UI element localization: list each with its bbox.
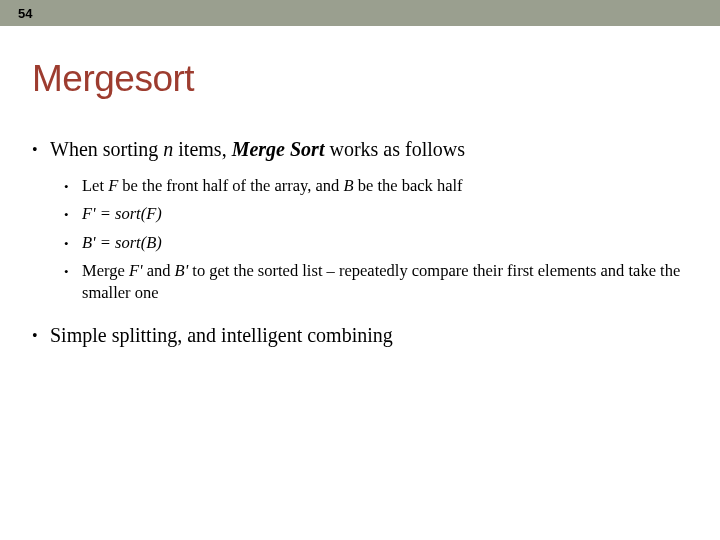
sub-bullet-merge: Merge F' and B' to get the sorted list –… bbox=[64, 260, 688, 305]
bullet-intro: When sorting n items, Merge Sort works a… bbox=[32, 136, 688, 163]
var-Bprime: B' bbox=[175, 261, 189, 280]
term-merge-sort: Merge Sort bbox=[232, 138, 325, 160]
var-B: B bbox=[343, 176, 353, 195]
eq-bprime: B' = sort(B) bbox=[82, 233, 162, 252]
text-segment: and bbox=[143, 261, 175, 280]
slide-content: Mergesort When sorting n items, Merge So… bbox=[0, 26, 720, 349]
sub-bullet-let: Let F be the front half of the array, an… bbox=[64, 175, 688, 197]
text-segment: Simple splitting, and intelligent combin… bbox=[50, 324, 393, 346]
slide-number: 54 bbox=[0, 6, 32, 21]
text-segment: Merge bbox=[82, 261, 129, 280]
text-segment: be the front half of the array, and bbox=[118, 176, 343, 195]
text-segment: items, bbox=[173, 138, 231, 160]
bullet-close: Simple splitting, and intelligent combin… bbox=[32, 322, 688, 349]
text-segment: When sorting bbox=[50, 138, 163, 160]
slide-title: Mergesort bbox=[32, 58, 688, 100]
sub-bullet-bprime: B' = sort(B) bbox=[64, 232, 688, 254]
text-segment: be the back half bbox=[354, 176, 463, 195]
var-Fprime: F' bbox=[129, 261, 143, 280]
var-F: F bbox=[108, 176, 118, 195]
eq-fprime: F' = sort(F) bbox=[82, 204, 162, 223]
text-segment: Let bbox=[82, 176, 108, 195]
var-n: n bbox=[163, 138, 173, 160]
sub-bullet-fprime: F' = sort(F) bbox=[64, 203, 688, 225]
slide-header-bar: 54 bbox=[0, 0, 720, 26]
text-segment: works as follows bbox=[324, 138, 465, 160]
